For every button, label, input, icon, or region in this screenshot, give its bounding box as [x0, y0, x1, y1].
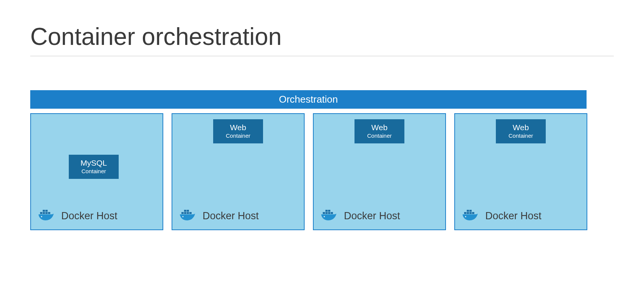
slide-title: Container orchestration	[30, 23, 614, 51]
docker-whale-icon	[320, 209, 337, 223]
svg-rect-25	[469, 210, 472, 212]
docker-host-box: Web Container Docker Host	[313, 113, 446, 230]
host-footer: Docker Host	[320, 209, 400, 223]
host-footer: Docker Host	[462, 209, 542, 223]
svg-point-6	[41, 216, 42, 217]
orchestration-diagram: Orchestration MySQL Container	[30, 90, 614, 230]
container-subtitle: Container	[220, 132, 256, 139]
docker-whale-icon	[179, 209, 196, 223]
svg-rect-19	[331, 212, 333, 214]
container-badge: Web Container	[355, 119, 404, 143]
svg-point-27	[465, 216, 466, 217]
svg-rect-23	[469, 212, 472, 214]
svg-rect-7	[181, 212, 184, 214]
docker-host-box: Web Container Docker Host	[454, 113, 587, 230]
svg-rect-12	[189, 212, 192, 214]
svg-rect-16	[328, 212, 330, 214]
container-badge: Web Container	[496, 119, 546, 143]
svg-rect-21	[464, 212, 466, 214]
container-badge: Web Container	[213, 119, 263, 143]
svg-rect-14	[323, 212, 325, 214]
hosts-row: MySQL Container Docker Hos	[30, 113, 614, 230]
container-title: Web	[361, 123, 398, 132]
svg-rect-26	[472, 212, 474, 214]
docker-whale-icon	[462, 209, 478, 223]
docker-host-box: Web Container Docker Host	[172, 113, 305, 230]
docker-whale-icon	[38, 209, 54, 223]
host-label: Docker Host	[485, 210, 542, 222]
container-subtitle: Container	[503, 132, 539, 139]
svg-rect-4	[45, 210, 48, 212]
container-title: Web	[220, 123, 256, 132]
svg-rect-22	[467, 212, 469, 214]
docker-host-box: MySQL Container Docker Hos	[30, 113, 163, 230]
container-badge: MySQL Container	[69, 155, 119, 179]
host-label: Docker Host	[203, 210, 259, 222]
svg-rect-18	[328, 210, 330, 212]
host-footer: Docker Host	[179, 209, 259, 223]
host-label: Docker Host	[344, 210, 400, 222]
svg-rect-3	[43, 210, 45, 212]
svg-rect-5	[48, 212, 50, 214]
container-title: MySQL	[76, 158, 112, 167]
container-subtitle: Container	[361, 132, 398, 139]
container-title: Web	[503, 123, 539, 132]
host-footer: Docker Host	[38, 209, 118, 223]
svg-rect-11	[187, 210, 189, 212]
svg-rect-15	[325, 212, 328, 214]
svg-rect-24	[467, 210, 469, 212]
svg-rect-17	[325, 210, 328, 212]
svg-point-20	[324, 216, 325, 217]
svg-rect-2	[45, 212, 48, 214]
orchestration-bar: Orchestration	[30, 90, 587, 109]
svg-rect-9	[187, 212, 189, 214]
host-label: Docker Host	[61, 210, 118, 222]
svg-rect-0	[40, 212, 42, 214]
svg-point-13	[183, 216, 184, 217]
svg-rect-1	[43, 212, 45, 214]
title-divider	[30, 56, 614, 56]
svg-rect-10	[184, 210, 186, 212]
container-subtitle: Container	[76, 168, 112, 174]
svg-rect-8	[184, 212, 186, 214]
